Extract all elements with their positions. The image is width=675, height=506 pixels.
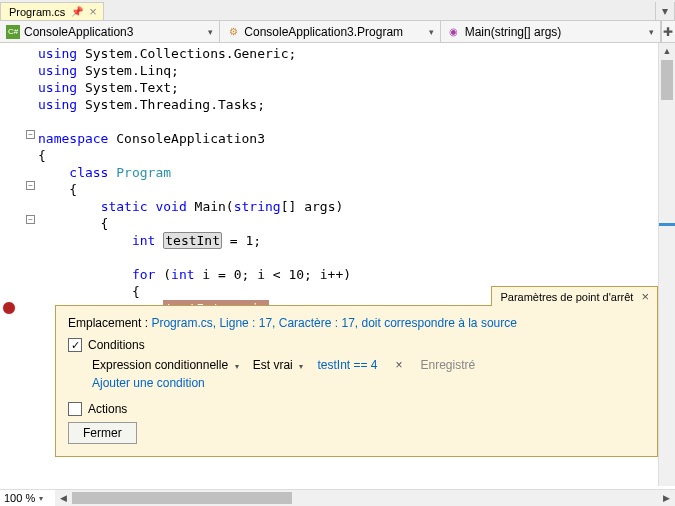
chevron-down-icon: ▾ xyxy=(39,494,43,503)
condition-row: Expression conditionnelle ▾ Est vrai ▾ t… xyxy=(92,358,645,372)
scroll-thumb[interactable] xyxy=(72,492,292,504)
scroll-marker xyxy=(659,223,675,226)
project-selector[interactable]: C# ConsoleApplication3 ▾ xyxy=(0,21,220,42)
condition-expression[interactable]: testInt == 4 xyxy=(317,358,377,372)
csharp-icon: C# xyxy=(6,25,20,39)
scroll-thumb[interactable] xyxy=(661,60,673,100)
chevron-down-icon: ▾ xyxy=(208,27,213,37)
outline-toggle[interactable]: − xyxy=(26,130,35,139)
navigation-bar: C# ConsoleApplication3 ▾ ⚙ ConsoleApplic… xyxy=(0,21,675,43)
remove-condition-icon[interactable]: × xyxy=(392,358,407,372)
saved-label: Enregistré xyxy=(421,358,476,372)
condition-type-dropdown[interactable]: Expression conditionnelle ▾ xyxy=(92,358,239,372)
split-editor-button[interactable]: ✚ xyxy=(661,21,675,42)
scroll-right-arrow[interactable]: ▶ xyxy=(658,490,675,506)
tab-bar: Program.cs 📌 × ▾ xyxy=(0,0,675,21)
method-name: Main(string[] args) xyxy=(465,25,562,39)
method-selector[interactable]: ◉ Main(string[] args) ▾ xyxy=(441,21,661,42)
panel-title: Paramètres de point d'arrêt × xyxy=(491,286,658,306)
condition-operator-dropdown[interactable]: Est vrai ▾ xyxy=(253,358,304,372)
location-link[interactable]: Program.cs, Ligne : 17, Caractère : 17, … xyxy=(151,316,517,330)
class-selector[interactable]: ⚙ ConsoleApplication3.Program ▾ xyxy=(220,21,440,42)
conditions-checkbox-row: ✓ Conditions xyxy=(68,338,645,352)
actions-checkbox[interactable] xyxy=(68,402,82,416)
actions-label: Actions xyxy=(88,402,127,416)
code-area[interactable]: using System.Collections.Generic; using … xyxy=(38,43,675,313)
close-button[interactable]: Fermer xyxy=(68,422,137,444)
scroll-left-arrow[interactable]: ◀ xyxy=(55,490,72,506)
file-tab[interactable]: Program.cs 📌 × xyxy=(0,2,104,20)
add-condition-link[interactable]: Ajouter une condition xyxy=(92,376,205,390)
breakpoint-settings-panel: Paramètres de point d'arrêt × Emplacemen… xyxy=(55,305,658,457)
actions-checkbox-row: Actions xyxy=(68,402,645,416)
location-line: Emplacement : Program.cs, Ligne : 17, Ca… xyxy=(68,316,645,330)
tab-label: Program.cs xyxy=(9,6,65,18)
method-icon: ◉ xyxy=(447,25,461,39)
pin-icon[interactable]: 📌 xyxy=(71,6,83,17)
tab-overflow-dropdown[interactable]: ▾ xyxy=(655,2,675,20)
outline-toggle[interactable]: − xyxy=(26,181,35,190)
horizontal-scrollbar[interactable]: ◀ ▶ xyxy=(55,489,675,506)
conditions-label: Conditions xyxy=(88,338,145,352)
code-editor[interactable]: − − − using System.Collections.Generic; … xyxy=(0,43,675,313)
project-name: ConsoleApplication3 xyxy=(24,25,133,39)
breakpoint-marker[interactable] xyxy=(2,301,16,315)
vertical-scrollbar[interactable]: ▲ xyxy=(658,43,675,486)
class-name: ConsoleApplication3.Program xyxy=(244,25,403,39)
chevron-down-icon: ▾ xyxy=(649,27,654,37)
zoom-selector[interactable]: 100 %▾ xyxy=(0,489,55,506)
conditions-checkbox[interactable]: ✓ xyxy=(68,338,82,352)
close-icon[interactable]: × xyxy=(89,5,97,18)
close-panel-icon[interactable]: × xyxy=(641,289,649,304)
class-icon: ⚙ xyxy=(226,25,240,39)
outline-toggle[interactable]: − xyxy=(26,215,35,224)
scroll-up-arrow[interactable]: ▲ xyxy=(659,43,675,60)
chevron-down-icon: ▾ xyxy=(429,27,434,37)
editor-gutter[interactable]: − − − xyxy=(0,43,38,313)
